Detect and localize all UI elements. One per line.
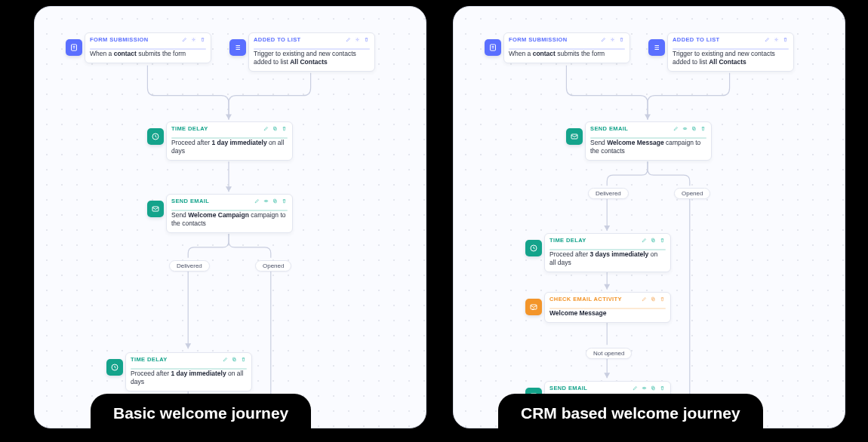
- copy-icon[interactable]: [272, 125, 279, 132]
- delete-icon[interactable]: [618, 36, 625, 43]
- edit-icon[interactable]: [181, 36, 188, 43]
- caption-basic: Basic welcome journey: [91, 394, 311, 434]
- delete-icon[interactable]: [659, 296, 666, 302]
- node-added-to-list[interactable]: ADDED TO LIST Trigger to existing and ne…: [248, 32, 375, 72]
- delete-icon[interactable]: [700, 125, 706, 132]
- svg-rect-48: [652, 240, 654, 243]
- node-desc: Send Welcome Campaign campaign to the co…: [171, 211, 288, 228]
- node-tools: [254, 198, 288, 204]
- node-desc: Trigger to existing and new contacts add…: [673, 50, 789, 66]
- edit-icon[interactable]: [222, 356, 229, 363]
- pill-opened[interactable]: Opened: [674, 188, 710, 199]
- node-desc: When a contact submits the form: [90, 50, 206, 58]
- settings-icon[interactable]: [609, 36, 616, 43]
- svg-rect-16: [274, 128, 276, 131]
- copy-icon[interactable]: [691, 125, 697, 132]
- svg-point-44: [685, 128, 686, 130]
- node-send-email-1[interactable]: SEND EMAIL Send Welcome Message campaign…: [585, 121, 712, 161]
- node-desc: Trigger to existing and new contacts add…: [254, 50, 370, 66]
- pill-opened[interactable]: Opened: [255, 260, 291, 272]
- clock-icon: [147, 128, 164, 145]
- svg-point-38: [612, 39, 614, 41]
- node-time-delay[interactable]: TIME DELAY Proceed after 3 days immediat…: [544, 233, 671, 272]
- node-desc: Send Welcome Message campaign to the con…: [590, 139, 706, 155]
- node-title: TIME DELAY: [549, 237, 586, 244]
- svg-point-42: [776, 39, 777, 41]
- svg-rect-20: [274, 201, 276, 204]
- svg-rect-49: [651, 239, 654, 242]
- node-tools: [600, 36, 625, 43]
- delete-icon[interactable]: [240, 356, 247, 363]
- pill-delivered[interactable]: Delivered: [588, 188, 629, 199]
- edit-icon[interactable]: [254, 198, 260, 204]
- node-form-submission[interactable]: FORM SUBMISSION When a contact submits t…: [503, 32, 630, 63]
- node-added-to-list[interactable]: ADDED TO LIST Trigger to existing and ne…: [667, 32, 794, 72]
- pill-delivered[interactable]: Delivered: [169, 260, 210, 272]
- edit-icon[interactable]: [673, 125, 679, 132]
- node-time-delay-2[interactable]: TIME DELAY Proceed after 1 day immediate…: [125, 352, 252, 391]
- preview-icon[interactable]: [682, 125, 688, 132]
- edit-icon[interactable]: [600, 36, 607, 43]
- node-send-email[interactable]: SEND EMAIL Send Welcome Campaign campaig…: [166, 194, 293, 233]
- edit-icon[interactable]: [641, 296, 648, 302]
- edit-icon[interactable]: [641, 237, 648, 244]
- svg-rect-45: [693, 128, 695, 131]
- node-tools: [263, 125, 288, 132]
- node-desc: Proceed after 1 day immediately on all d…: [131, 370, 247, 386]
- settings-icon[interactable]: [773, 36, 780, 43]
- node-time-delay-1[interactable]: TIME DELAY Proceed after 1 day immediate…: [166, 121, 293, 161]
- node-title: TIME DELAY: [171, 125, 208, 133]
- node-title: FORM SUBMISSION: [90, 36, 149, 44]
- node-title: SEND EMAIL: [171, 198, 209, 205]
- delete-icon[interactable]: [281, 125, 288, 132]
- svg-rect-23: [233, 359, 235, 362]
- svg-rect-56: [651, 387, 654, 390]
- svg-marker-27: [604, 226, 610, 231]
- node-check-email-activity[interactable]: CHECK EMAIL ACTIVITY Welcome Message: [544, 292, 671, 323]
- svg-rect-17: [273, 127, 275, 130]
- copy-icon[interactable]: [650, 237, 657, 244]
- svg-rect-52: [651, 298, 654, 301]
- node-title: ADDED TO LIST: [254, 36, 301, 44]
- node-desc: Welcome Message: [549, 309, 666, 318]
- node-tools: [632, 385, 666, 391]
- svg-point-54: [644, 388, 645, 389]
- copy-icon[interactable]: [650, 385, 657, 391]
- edit-icon[interactable]: [632, 385, 639, 391]
- svg-point-10: [193, 39, 195, 41]
- pill-not-opened[interactable]: Not opened: [586, 348, 632, 359]
- node-title: SEND EMAIL: [590, 125, 628, 133]
- edit-icon[interactable]: [345, 36, 352, 43]
- edit-icon[interactable]: [263, 125, 269, 132]
- delete-icon[interactable]: [782, 36, 789, 43]
- node-title: TIME DELAY: [131, 356, 168, 364]
- svg-rect-46: [692, 127, 694, 130]
- node-tools: [641, 296, 666, 302]
- copy-icon[interactable]: [272, 198, 279, 204]
- caption-crm: CRM based welcome journey: [498, 394, 763, 434]
- svg-rect-21: [273, 200, 275, 203]
- node-title: CHECK EMAIL ACTIVITY: [549, 296, 622, 303]
- node-desc: Proceed after 1 day immediately on all d…: [171, 139, 288, 155]
- settings-icon[interactable]: [354, 36, 361, 43]
- list-icon: [648, 39, 665, 56]
- copy-icon[interactable]: [231, 356, 238, 363]
- copy-icon[interactable]: [650, 296, 657, 302]
- node-tools: [181, 36, 206, 43]
- svg-point-19: [266, 201, 267, 202]
- delete-icon[interactable]: [659, 237, 666, 244]
- node-tools: [673, 125, 706, 132]
- node-form-submission[interactable]: FORM SUBMISSION When a contact submits t…: [85, 32, 211, 63]
- edit-icon[interactable]: [764, 36, 771, 43]
- panel-basic-journey: FORM SUBMISSION When a contact submits t…: [34, 6, 426, 428]
- delete-icon[interactable]: [281, 198, 288, 204]
- delete-icon[interactable]: [659, 385, 666, 391]
- delete-icon[interactable]: [199, 36, 206, 43]
- preview-icon[interactable]: [641, 385, 648, 391]
- svg-marker-33: [604, 373, 610, 378]
- preview-icon[interactable]: [263, 198, 269, 204]
- settings-icon[interactable]: [190, 36, 197, 43]
- svg-marker-0: [226, 115, 232, 120]
- form-icon: [66, 39, 82, 56]
- delete-icon[interactable]: [363, 36, 370, 43]
